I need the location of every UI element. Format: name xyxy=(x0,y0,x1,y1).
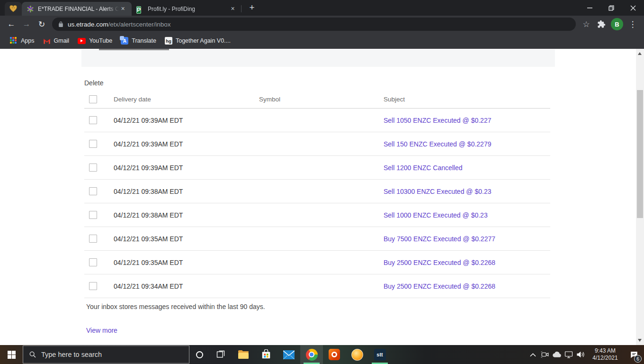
mail-button[interactable] xyxy=(277,345,300,364)
table-row: 04/12/21 09:35AM EDT Buy 7500 ENZC Execu… xyxy=(84,227,550,251)
search-input[interactable] xyxy=(41,351,183,358)
scroll-up-arrow-icon[interactable] xyxy=(638,52,642,55)
network-button[interactable] xyxy=(563,345,574,364)
task-view-icon xyxy=(216,350,225,359)
table-row: 04/12/21 09:39AM EDT Sell 1050 ENZC Exec… xyxy=(84,109,550,132)
row-checkbox[interactable] xyxy=(89,235,97,243)
alert-subject-link[interactable]: Buy 7500 ENZC Executed @ $0.2277 xyxy=(384,235,495,243)
address-bar[interactable]: us.etrade.com/etx/alertscenter/inbox xyxy=(52,18,576,31)
chrome-taskbar-button[interactable] xyxy=(300,345,323,364)
taskbar-clock[interactable]: 9:43 AM 4/12/2021 xyxy=(590,347,621,362)
maximize-button[interactable] xyxy=(600,0,622,16)
alert-subject-link[interactable]: Sell 10300 ENZC Executed @ $0.23 xyxy=(384,188,491,195)
scroll-down-arrow-icon[interactable] xyxy=(638,339,642,342)
start-button[interactable] xyxy=(0,345,23,364)
stockstotrade-button[interactable]: stt xyxy=(368,345,391,364)
extensions-puzzle-icon[interactable] xyxy=(594,17,609,32)
delivery-date: 04/12/21 09:38AM EDT xyxy=(114,211,259,219)
column-header-delivery-date: Delivery date xyxy=(114,96,259,103)
cortana-ring-icon xyxy=(196,351,203,358)
forward-icon[interactable]: → xyxy=(19,17,34,32)
menu-kebab-icon[interactable]: ⋮ xyxy=(625,17,640,32)
alert-subject-link[interactable]: Sell 1000 ENZC Executed @ $0.23 xyxy=(384,211,488,219)
column-header-subject: Subject xyxy=(384,96,550,103)
pinned-tab[interactable] xyxy=(5,2,22,16)
volume-button[interactable] xyxy=(574,345,586,364)
notification-count-badge: 6 xyxy=(634,355,642,363)
row-checkbox[interactable] xyxy=(89,211,97,219)
delete-button[interactable]: Delete xyxy=(84,79,103,87)
scrollbar-thumb[interactable] xyxy=(637,90,643,218)
clock-time: 9:43 AM xyxy=(590,347,621,355)
tab-close-icon[interactable]: × xyxy=(229,5,237,13)
row-checkbox[interactable] xyxy=(89,258,97,266)
row-checkbox[interactable] xyxy=(89,282,97,290)
back-icon[interactable]: ← xyxy=(4,17,19,32)
tab-close-icon[interactable]: × xyxy=(119,5,127,13)
meet-now-button[interactable] xyxy=(539,345,551,364)
page-header-band xyxy=(81,49,555,67)
delivery-date: 04/12/21 09:38AM EDT xyxy=(114,188,259,195)
citrus-icon xyxy=(351,349,363,361)
bookmark-translate[interactable]: A Translate xyxy=(116,35,161,47)
action-center-button[interactable]: 6 xyxy=(624,345,644,364)
windows-taskbar: stt xyxy=(0,345,644,364)
minimize-button[interactable] xyxy=(579,0,600,16)
column-header-symbol: Symbol xyxy=(259,96,384,103)
tray-chevron-up[interactable] xyxy=(527,345,539,364)
table-row: 04/12/21 09:39AM EDT Sell 150 ENZC Execu… xyxy=(84,132,550,156)
bookmark-apps[interactable]: Apps xyxy=(6,35,39,47)
office-icon xyxy=(329,349,340,360)
close-window-button[interactable] xyxy=(622,0,644,16)
onedrive-button[interactable] xyxy=(551,345,563,364)
selected-tab-underline xyxy=(99,49,169,50)
speaker-volume-icon xyxy=(576,351,585,358)
table-row: 04/12/21 09:34AM EDT Buy 2500 ENZC Execu… xyxy=(84,274,550,298)
url-text: us.etrade.com/etx/alertscenter/inbox xyxy=(68,21,171,28)
alert-subject-link[interactable]: Sell 1050 ENZC Executed @ $0.227 xyxy=(384,117,491,124)
youtube-icon xyxy=(78,38,86,44)
row-checkbox[interactable] xyxy=(89,140,97,148)
ethernet-network-icon xyxy=(564,351,573,358)
microsoft-store-button[interactable] xyxy=(255,345,277,364)
new-tab-button[interactable]: + xyxy=(245,1,259,15)
lock-icon xyxy=(58,21,64,27)
alert-subject-link[interactable]: Buy 2500 ENZC Executed @ $0.2268 xyxy=(384,282,495,290)
bookmark-gmail[interactable]: Gmail xyxy=(39,35,74,47)
row-checkbox[interactable] xyxy=(89,187,97,195)
window-controls xyxy=(579,0,644,16)
search-icon xyxy=(29,351,36,358)
delivery-date: 04/12/21 09:35AM EDT xyxy=(114,259,259,266)
url-path: /etx/alertscenter/inbox xyxy=(108,21,171,28)
file-explorer-button[interactable] xyxy=(232,345,255,364)
microsoft-store-icon xyxy=(261,349,271,360)
select-all-checkbox[interactable] xyxy=(89,95,97,103)
task-view-button[interactable] xyxy=(209,345,232,364)
onedrive-cloud-icon xyxy=(552,351,562,358)
alert-subject-link[interactable]: Buy 2500 ENZC Executed @ $0.2268 xyxy=(384,259,495,266)
tab-etrade[interactable]: E*TRADE FINANCIAL - Alerts Cen × xyxy=(22,2,132,16)
profile-avatar[interactable]: B xyxy=(611,18,623,30)
delivery-date: 04/12/21 09:34AM EDT xyxy=(114,282,259,290)
citra-button[interactable] xyxy=(346,345,368,364)
office-button[interactable] xyxy=(323,345,346,364)
page-scrollbar[interactable] xyxy=(636,49,644,345)
bookmark-star-icon[interactable]: ☆ xyxy=(579,17,594,32)
taskbar-search-box[interactable] xyxy=(23,346,189,364)
tab-profitly[interactable]: P Profit.ly - ProfiDing × xyxy=(132,2,242,16)
cortana-button[interactable] xyxy=(189,345,209,364)
browser-toolbar: ← → ↻ us.etrade.com/etx/alertscenter/inb… xyxy=(0,16,644,33)
table-header-row: Delivery date Symbol Subject xyxy=(84,91,550,109)
alert-subject-link[interactable]: Sell 150 ENZC Executed @ $0.2279 xyxy=(384,140,491,148)
table-row: 04/12/21 09:39AM EDT Sell 1200 ENZC Canc… xyxy=(84,156,550,180)
delivery-date: 04/12/21 09:39AM EDT xyxy=(114,140,259,148)
reload-icon[interactable]: ↻ xyxy=(34,17,49,32)
row-checkbox[interactable] xyxy=(89,116,97,124)
bookmark-youtube[interactable]: YouTube xyxy=(73,35,116,46)
translate-icon: A xyxy=(121,37,128,45)
profitly-p-icon: P xyxy=(136,5,144,13)
view-more-link[interactable]: View more xyxy=(86,327,117,334)
row-checkbox[interactable] xyxy=(89,164,97,172)
alert-subject-link[interactable]: Sell 1200 ENZC Cancelled xyxy=(384,164,463,172)
bookmark-together-again[interactable]: hg Together Again V0.... xyxy=(161,35,235,47)
